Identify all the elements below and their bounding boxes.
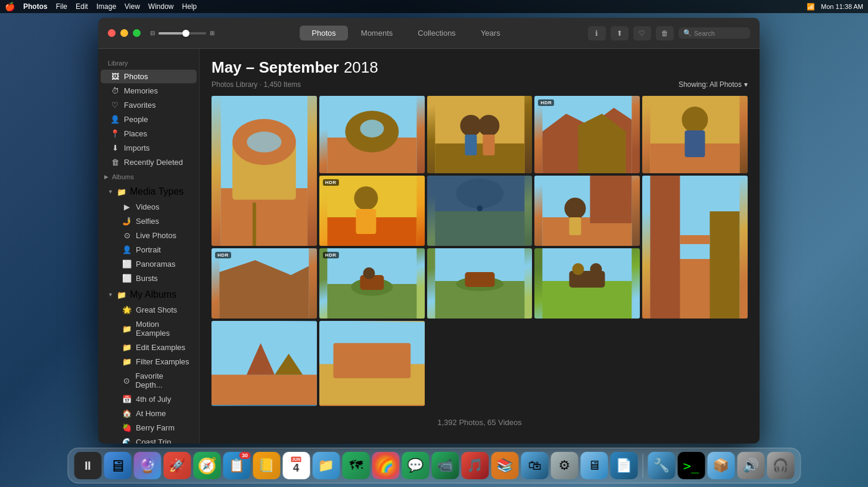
dock-item-mail[interactable]: 📋 30 <box>223 452 250 479</box>
sidebar-item-coast-trip[interactable]: 🌊 Coast Trip <box>101 435 197 444</box>
dock-item-launchpad[interactable]: 🚀 <box>163 452 191 479</box>
photo-13[interactable] <box>427 248 533 319</box>
dock-item-finder[interactable]: 🖥 <box>104 452 131 479</box>
sidebar-item-portrait[interactable]: 👤 Portrait <box>101 243 197 257</box>
dock-item-folder[interactable]: 📦 <box>707 452 735 479</box>
title-bar: ⊟ ⊞ Photos Moments Collections Years ℹ ⬆… <box>98 18 760 49</box>
image-menu[interactable]: Image <box>97 2 116 11</box>
tab-collections[interactable]: Collections <box>406 26 468 40</box>
dock-item-appstore[interactable]: 🛍 <box>521 452 548 479</box>
zoom-slider-area: ⊟ ⊞ <box>150 30 214 36</box>
photo-4[interactable]: HDR <box>534 96 640 173</box>
sidebar-imports-label: Imports <box>124 143 150 152</box>
heart-button[interactable]: ♡ <box>633 26 651 40</box>
app-name-menu[interactable]: Photos <box>23 2 48 11</box>
photo-9[interactable]: HDR <box>211 248 317 319</box>
maximize-button[interactable] <box>133 29 141 37</box>
filter-examples-icon: 📁 <box>122 357 132 366</box>
sidebar-item-selfies[interactable]: 🤳 Selfies <box>101 214 197 228</box>
sidebar-coast-trip-label: Coast Trip <box>136 438 171 444</box>
sidebar-people-label: People <box>124 115 148 124</box>
sidebar-item-favorite-depth[interactable]: ⊙ Favorite Depth... <box>101 369 197 392</box>
window-menu[interactable]: Window <box>148 2 174 11</box>
photo-1[interactable] <box>211 96 317 246</box>
view-menu[interactable]: View <box>125 2 140 11</box>
dock-item-word[interactable]: 📄 <box>610 452 637 479</box>
books-icon: 📚 <box>497 458 513 473</box>
menu-bar: 🍎 Photos File Edit Image View Window Hel… <box>0 0 868 13</box>
sidebar-item-edit-examples[interactable]: 📁 Edit Examples <box>101 341 197 354</box>
sidebar-item-live-photos[interactable]: ⊙ Live Photos <box>101 229 197 242</box>
photo-6[interactable]: HDR <box>319 176 425 246</box>
minimize-button[interactable] <box>120 29 128 37</box>
sidebar-item-photos[interactable]: 🖼 Photos <box>101 70 197 83</box>
tab-photos[interactable]: Photos <box>300 26 347 40</box>
sidebar-item-imports[interactable]: ⬇ Imports <box>101 141 197 155</box>
sidebar-item-favorites[interactable]: ♡ Favorites <box>101 98 197 112</box>
sidebar-item-berry-farm[interactable]: 🍓 Berry Farm <box>101 421 197 435</box>
search-box[interactable]: 🔍 Search <box>679 27 750 39</box>
photo-5[interactable] <box>642 96 748 173</box>
sidebar-item-recently-deleted[interactable]: 🗑 Recently Deleted <box>101 155 197 169</box>
sidebar-item-filter-examples[interactable]: 📁 Filter Examples <box>101 355 197 369</box>
file-menu[interactable]: File <box>56 2 67 11</box>
dock-item-music[interactable]: 🎵 <box>461 452 489 479</box>
app-window: ⊟ ⊞ Photos Moments Collections Years ℹ ⬆… <box>98 18 760 444</box>
sidebar-favorite-depth-label: Favorite Depth... <box>135 372 189 389</box>
close-button[interactable] <box>108 29 116 37</box>
dock-item-speaker[interactable]: 🔊 <box>737 452 764 479</box>
sidebar-item-4th-july[interactable]: 📅 4th of July <box>101 392 197 406</box>
photo-15[interactable] <box>642 176 748 319</box>
sidebar-item-places[interactable]: 📍 Places <box>101 127 197 141</box>
my-albums-header[interactable]: ▼ 📁 My Albums <box>98 286 199 302</box>
photo-12[interactable]: HDR <box>319 248 425 319</box>
photo-10[interactable] <box>211 321 317 406</box>
photo-7[interactable] <box>427 176 533 246</box>
media-types-header[interactable]: ▼ 📁 Media Types <box>98 183 199 199</box>
photo-14[interactable] <box>534 248 640 319</box>
photo-8[interactable] <box>534 176 640 246</box>
apple-menu[interactable]: 🍎 <box>5 2 15 11</box>
dock-item-calendar[interactable]: JUN 4 <box>282 452 310 479</box>
dock-item-systemprefs[interactable]: ⚙ <box>550 452 578 479</box>
media-types-chevron: ▼ <box>108 189 113 195</box>
sidebar-item-great-shots[interactable]: 🌟 Great Shots <box>101 303 197 317</box>
photo-2[interactable] <box>319 96 425 173</box>
dock-item-headphones[interactable]: 🎧 <box>767 452 794 479</box>
help-menu[interactable]: Help <box>182 2 197 11</box>
showing-filter[interactable]: Showing: All Photos ▾ <box>679 80 748 89</box>
dock-item-pause[interactable]: ⏸ <box>74 452 101 479</box>
share-button[interactable]: ⬆ <box>611 26 629 40</box>
dock-item-files[interactable]: 📁 <box>312 452 340 479</box>
photo-count: 1,392 Photos, 65 Videos <box>437 418 521 427</box>
dock-item-siri[interactable]: 🔮 <box>133 452 161 479</box>
dock-item-maps[interactable]: 🗺 <box>342 452 369 479</box>
edit-menu[interactable]: Edit <box>76 2 88 11</box>
sidebar-item-motion-examples[interactable]: 📁 Motion Examples <box>101 317 197 340</box>
dock-item-photos[interactable]: 🌈 <box>372 452 399 479</box>
sidebar-item-at-home[interactable]: 🏠 At Home <box>101 407 197 420</box>
sidebar-item-memories[interactable]: ⏱ Memories <box>101 84 197 98</box>
dock-item-messages[interactable]: 💬 <box>402 452 429 479</box>
tab-moments[interactable]: Moments <box>349 26 405 40</box>
photo-11[interactable] <box>319 321 425 406</box>
dock-item-xcode[interactable]: 🔧 <box>648 452 675 479</box>
dock-item-terminal[interactable]: >_ <box>677 452 705 479</box>
sidebar-item-bursts[interactable]: ⬜ Bursts <box>101 271 197 285</box>
albums-section-header[interactable]: ▶ Albums <box>98 170 199 183</box>
dock-item-display[interactable]: 🖥 <box>580 452 608 479</box>
info-button[interactable]: ℹ <box>588 26 606 40</box>
dock-item-notes[interactable]: 📒 <box>253 452 280 479</box>
photo-3[interactable] <box>427 96 533 173</box>
sidebar-item-people[interactable]: 👤 People <box>101 113 197 126</box>
dock-item-safari[interactable]: 🧭 <box>193 452 220 479</box>
zoom-slider[interactable] <box>158 32 206 35</box>
dock-item-facetime[interactable]: 📹 <box>431 452 459 479</box>
sidebar-item-panoramas[interactable]: ⬜ Panoramas <box>101 257 197 271</box>
sidebar-item-videos[interactable]: ▶ Videos <box>101 200 197 214</box>
tab-years[interactable]: Years <box>469 26 512 40</box>
delete-button[interactable]: 🗑 <box>656 26 674 40</box>
dock-item-books[interactable]: 📚 <box>491 452 518 479</box>
photo-grid: HDR <box>211 96 748 406</box>
favorites-icon: ♡ <box>110 101 120 110</box>
